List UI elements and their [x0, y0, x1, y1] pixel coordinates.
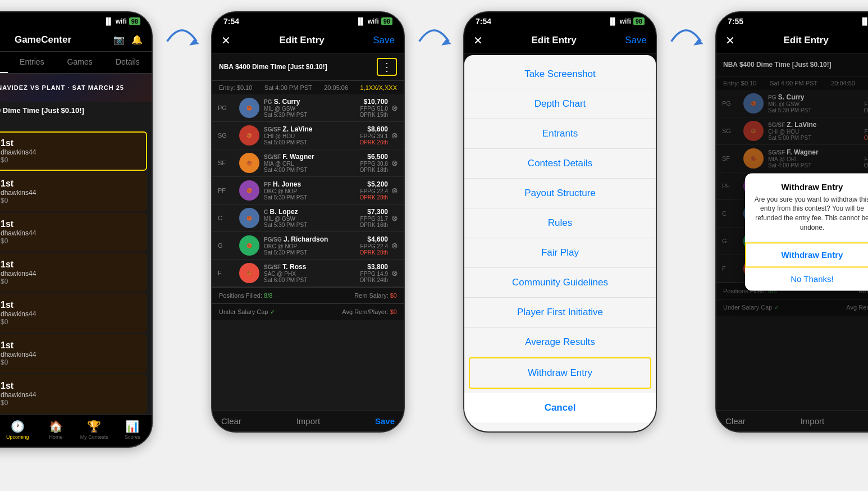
player-time-sg-2: Sat 5:00 PM PST: [264, 139, 359, 146]
entrant-name-6: dhawkins44: [1, 391, 139, 399]
salary-c-2: $7,300: [359, 208, 388, 216]
remove-sf-2[interactable]: ⊗: [391, 158, 398, 167]
contest-name-2: NBA $400 Dime Time [Just $0.10!]: [219, 63, 327, 71]
tab-details-1[interactable]: Details: [104, 52, 152, 73]
remove-pf-2[interactable]: ⊗: [391, 186, 398, 195]
entry-time-2: Sat 4:00 PM PST: [264, 84, 312, 91]
entrant-row-5[interactable]: 👤 1st dhawkins44 $0: [0, 334, 147, 373]
arrow-2: [412, 11, 456, 56]
player-team-pf-2: OKC @ NOP: [264, 188, 359, 194]
remove-pg-2[interactable]: ⊗: [391, 103, 398, 112]
nav-scores-1[interactable]: 📊 Scores: [113, 420, 152, 440]
entrant-amount-1: $0: [1, 197, 139, 204]
pos-f-2: F: [218, 270, 235, 276]
entrant-amount-0: $0: [1, 156, 139, 164]
close-button-4[interactable]: ✕: [725, 34, 735, 47]
header-title-2: Edit Entry: [279, 35, 324, 46]
remove-f-2[interactable]: ⊗: [391, 269, 398, 278]
clear-button-4[interactable]: Clear: [725, 416, 746, 426]
tab-entrants-1[interactable]: Entrants: [0, 52, 8, 73]
nav-upcoming-1[interactable]: 🕐 Upcoming: [0, 420, 36, 440]
header-2: ✕ Edit Entry Save: [212, 28, 404, 53]
entrant-row-4[interactable]: 👤 1st dhawkins44 $0: [0, 293, 147, 333]
remove-sg-2[interactable]: ⊗: [391, 131, 398, 140]
entrant-row-2[interactable]: 👤 1st dhawkins44 $0: [0, 212, 147, 252]
close-button-2[interactable]: ✕: [221, 34, 231, 47]
wifi-icon-3: wifi: [620, 17, 631, 25]
dots-menu-2[interactable]: ⋮: [377, 58, 397, 76]
menu-rules-3[interactable]: Rules: [464, 208, 656, 238]
menu-cancel-3[interactable]: Cancel: [464, 393, 656, 422]
salary-f-2: $3,800: [359, 263, 388, 271]
entrant-row-6[interactable]: 👤 1st dhawkins44 $0: [0, 374, 147, 413]
dialog-body-4: Are you sure you want to withdraw this e…: [745, 195, 869, 242]
remove-g-2[interactable]: ⊗: [391, 241, 398, 250]
player-name-g-2: PG/SG J. Richardson: [264, 235, 359, 243]
nav-home-1[interactable]: 🏠 Home: [36, 420, 75, 440]
tab-games-1[interactable]: Games: [56, 52, 104, 73]
mycontests-icon-1: 🏆: [87, 420, 101, 433]
status-bar-1: 7:54 ▐▌ wifi 98: [0, 12, 152, 28]
entrant-row-1[interactable]: 👤 1st dhawkins44 $0: [0, 172, 147, 211]
phone-screen-4: 7:55 ▐▌ wifi 98 ✕ Edit Entry Save NBA $4…: [715, 11, 868, 433]
menu-guidelines-3[interactable]: Community Guidelines: [464, 268, 656, 298]
import-button-2[interactable]: Import: [296, 416, 321, 426]
remove-c-2[interactable]: ⊗: [391, 213, 398, 222]
menu-depthchart-3[interactable]: Depth Chart: [464, 89, 656, 119]
oprk-pf-2: OPRK 28th: [359, 194, 388, 201]
menu-withdraw-3[interactable]: Withdraw Entry: [469, 357, 651, 389]
entry-fee-2: Entry: $0.10: [219, 84, 252, 91]
pos-g-2: G: [218, 242, 235, 249]
confirm-withdraw-button-4[interactable]: Withdraw Entry: [745, 242, 869, 267]
menu-fairplay-3[interactable]: Fair Play: [464, 238, 656, 268]
player-row-f-2: F 🏀 SG/SF T. Ross SAC @ PHX Sat 6:00 PM …: [212, 260, 404, 287]
menu-avgresults-3[interactable]: Average Results: [464, 328, 656, 357]
menu-contestdetails-3[interactable]: Contest Details: [464, 149, 656, 179]
save-button-3[interactable]: Save: [625, 35, 647, 46]
save-button-2[interactable]: Save: [373, 35, 395, 46]
entrant-row-3[interactable]: 👤 1st dhawkins44 $0: [0, 253, 147, 292]
save-bottom-button-2[interactable]: Save: [375, 416, 395, 426]
no-thanks-button-4[interactable]: No Thanks!: [745, 267, 869, 290]
header-1: ‹ GameCenter 📷 🔔: [0, 28, 152, 52]
entrant-row-0[interactable]: 👤 1st dhawkins44 $0: [0, 131, 147, 171]
bell-icon-1[interactable]: 🔔: [131, 34, 143, 45]
svg-marker-0: [189, 39, 199, 45]
contest-title-1: NBA $400 Dime Time [Just $0.10!]: [0, 102, 152, 119]
entrant-rank-3: 1st: [1, 260, 139, 270]
menu-screenshot-3[interactable]: Take Screenshot: [464, 60, 656, 89]
camera-icon-1[interactable]: 📷: [113, 34, 125, 45]
close-button-3[interactable]: ✕: [473, 34, 483, 47]
player-row-sg-2: SG 🏀 SG/SF Z. LaVine CHI @ HOU Sat 5:00 …: [212, 122, 404, 149]
entrant-rank-1: 1st: [1, 179, 139, 189]
avatar-sf-2: 🏀: [239, 153, 259, 173]
player-row-g-2: G 🏀 PG/SG J. Richardson OKC @ NOP Sat 5:…: [212, 232, 404, 260]
lineup-footer-2: Positions Filled: 8/8 Rem Salary: $0: [212, 287, 404, 303]
import-button-4[interactable]: Import: [801, 416, 825, 426]
entrant-name-5: dhawkins44: [1, 351, 139, 358]
menu-payoutstructure-3[interactable]: Payout Structure: [464, 179, 656, 208]
player-team-sg-2: CHI @ HOU: [264, 133, 359, 139]
tab-bar-1: Entrants Entries Games Details: [0, 52, 152, 74]
entrant-name-0: dhawkins44: [1, 148, 139, 156]
nav-mycontests-1[interactable]: 🏆 My Contests: [75, 420, 113, 440]
header-title-4: Edit Entry: [783, 35, 828, 46]
menu-entrants-3[interactable]: Entrants: [464, 119, 656, 149]
menu-pfi-3[interactable]: Player First Initiative: [464, 298, 656, 328]
signal-icon-4: ▐▌: [860, 17, 868, 25]
time-3: 7:54: [476, 17, 491, 26]
entrant-rank-5: 1st: [1, 340, 139, 351]
clear-button-2[interactable]: Clear: [221, 416, 241, 426]
header-4: ✕ Edit Entry Save: [716, 28, 868, 53]
player-row-sf-2: SF 🏀 SG/SF F. Wagner MIA @ ORL Sat 4:00 …: [212, 149, 404, 177]
phone-screen-1: 7:54 ▐▌ wifi 98 ‹ GameCenter 📷 🔔 Entrant…: [0, 11, 153, 448]
home-icon-1: 🏠: [49, 420, 63, 433]
rem-salary-2: Rem Salary: $0: [354, 292, 397, 299]
tab-entries-1[interactable]: Entries: [8, 52, 56, 73]
entrant-amount-5: $0: [1, 358, 139, 366]
oprk-f-2: OPRK 24th: [359, 277, 388, 283]
dialog-buttons-4: Withdraw Entry No Thanks!: [745, 242, 869, 290]
status-bar-3: 7:54 ▐▌ wifi 98: [464, 12, 656, 28]
avatar-pf-2: 🏀: [239, 180, 259, 201]
mycontests-label-1: My Contests: [80, 434, 108, 440]
